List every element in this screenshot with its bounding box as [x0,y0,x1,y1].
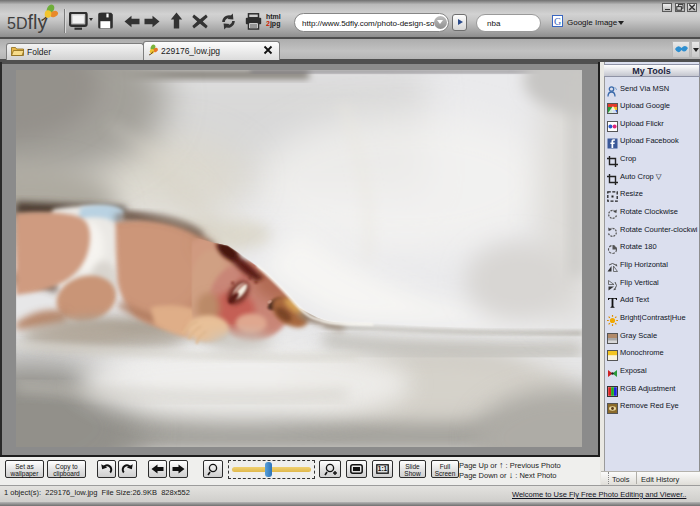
svg-text:1:1: 1:1 [378,465,388,472]
